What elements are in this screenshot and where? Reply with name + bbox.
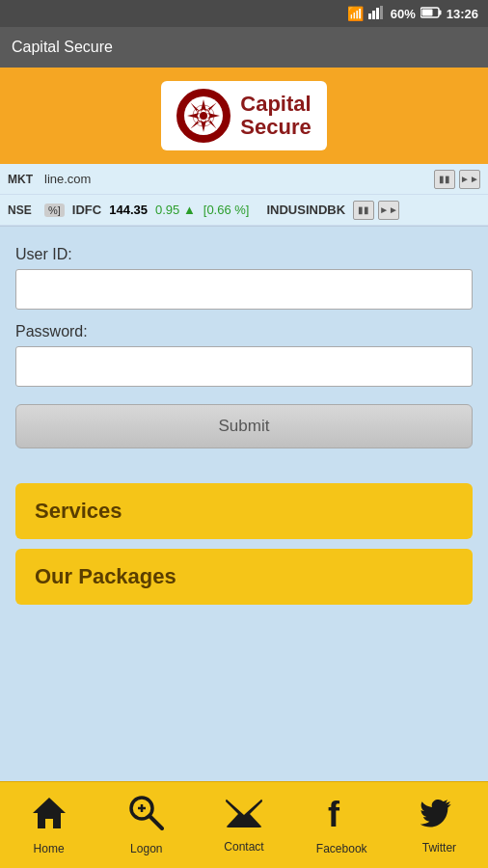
status-bar: 📶 60% 13:26	[0, 0, 488, 27]
logo-text: Capital Secure	[240, 93, 311, 139]
twitter-label: Twitter	[422, 841, 456, 854]
stock1-symbol: IDFC	[72, 203, 101, 217]
ticker-area: MKT line.com ▮▮ ►► NSE %] IDFC 144.35 0.…	[0, 164, 488, 227]
svg-rect-5	[439, 10, 442, 14]
nse-ticker-row: NSE %] IDFC 144.35 0.95 ▲ [0.66 %] INDUS…	[0, 195, 488, 226]
signal-icon	[368, 6, 386, 22]
contact-label: Contact	[224, 840, 263, 854]
svg-rect-1	[372, 11, 375, 19]
home-icon	[31, 796, 68, 838]
app-title: Capital Secure	[12, 39, 113, 56]
svg-rect-3	[380, 6, 383, 19]
time-display: 13:26	[447, 7, 478, 21]
bottom-nav: Home Logon Contact f	[0, 781, 488, 868]
contact-icon	[225, 798, 263, 836]
forward-button[interactable]: ►►	[459, 170, 480, 189]
svg-point-9	[200, 112, 207, 120]
title-bar: Capital Secure	[0, 27, 488, 68]
nav-home[interactable]: Home	[0, 796, 97, 855]
svg-text:f: f	[328, 796, 340, 830]
nse-tag: %]	[44, 203, 65, 217]
svg-rect-6	[421, 9, 432, 15]
nse-controls: ▮▮ ►►	[353, 201, 399, 220]
svg-marker-20	[33, 798, 66, 828]
stock1-change: 0.95 ▲	[155, 203, 196, 217]
nav-contact[interactable]: Contact	[195, 798, 292, 854]
mkt-label: MKT	[8, 173, 37, 186]
mkt-content: line.com	[44, 172, 426, 186]
mkt-ticker-row: MKT line.com ▮▮ ►►	[0, 164, 488, 195]
logon-label: Logon	[130, 842, 162, 855]
packages-button[interactable]: Our Packages	[15, 549, 473, 605]
password-label: Password:	[15, 323, 473, 340]
logo-emblem	[176, 89, 230, 143]
battery-percent: 60%	[391, 7, 416, 21]
wifi-icon: 📶	[347, 6, 364, 21]
facebook-icon: f	[328, 796, 355, 838]
stock1-pct: [0.66 %]	[203, 203, 250, 217]
stock2-symbol: INDUSINDBK	[266, 203, 345, 217]
home-label: Home	[34, 842, 65, 855]
nav-logon[interactable]: Logon	[97, 796, 195, 855]
services-button[interactable]: Services	[15, 483, 473, 539]
logo-secure: Secure	[240, 116, 311, 139]
nse-pause-button[interactable]: ▮▮	[353, 201, 374, 220]
twitter-icon	[420, 797, 457, 837]
status-icons: 📶 60% 13:26	[347, 6, 478, 22]
password-input[interactable]	[15, 346, 473, 387]
logo-capital: Capital	[240, 93, 311, 116]
userid-input[interactable]	[15, 269, 473, 310]
nav-twitter[interactable]: Twitter	[391, 797, 488, 854]
stock1-price: 144.35	[109, 203, 148, 217]
battery-icon	[420, 7, 442, 21]
svg-line-22	[149, 816, 162, 828]
userid-label: User ID:	[15, 246, 473, 263]
app-header: Capital Secure	[0, 68, 488, 164]
service-section: Services Our Packages	[0, 468, 488, 605]
mkt-controls: ▮▮ ►►	[434, 170, 480, 189]
main-content: User ID: Password: Submit	[0, 227, 488, 468]
logo-container: Capital Secure	[161, 81, 326, 150]
submit-button[interactable]: Submit	[15, 404, 473, 448]
nse-forward-button[interactable]: ►►	[378, 201, 399, 220]
svg-rect-0	[368, 14, 371, 19]
facebook-label: Facebook	[316, 842, 367, 855]
pause-button[interactable]: ▮▮	[434, 170, 455, 189]
nse-label: NSE	[8, 203, 37, 217]
svg-rect-2	[376, 8, 379, 19]
nav-facebook[interactable]: f Facebook	[293, 796, 391, 855]
logon-icon	[129, 796, 164, 838]
